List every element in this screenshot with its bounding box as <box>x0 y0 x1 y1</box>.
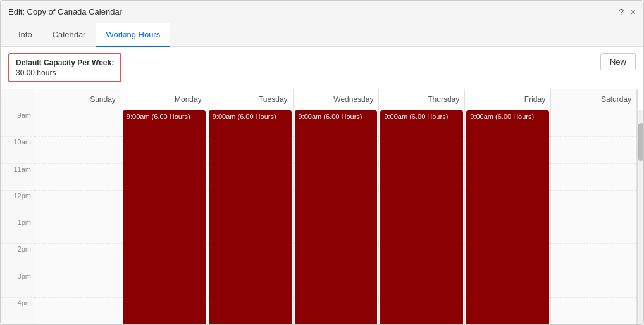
time-slot-9am: 9am <box>1 110 35 137</box>
event-wednesday[interactable]: 9:00am (6.00 Hours) <box>295 110 378 324</box>
day-column-monday: 9:00am (6.00 Hours) <box>121 110 207 324</box>
new-button[interactable]: New <box>600 53 636 70</box>
day-header-tuesday: Tuesday <box>207 89 294 110</box>
day-column-wednesday: 9:00am (6.00 Hours) <box>294 110 380 324</box>
day-header-thursday: Thursday <box>379 89 465 110</box>
day-header-sunday: Sunday <box>35 89 121 110</box>
day-header-monday: Monday <box>121 89 207 110</box>
tab-info[interactable]: Info <box>8 23 42 47</box>
time-slot-2pm: 2pm <box>1 244 35 271</box>
time-slots: 9am 10am 11am 12pm 1pm 2pm 3pm 4pm <box>1 110 35 324</box>
capacity-label: Default Capacity Per Week: <box>16 58 114 67</box>
day-header-row: Sunday Monday Tuesday Wednesday Thursday… <box>1 89 643 110</box>
time-slot-4pm: 4pm <box>1 298 35 324</box>
modal-tabs: Info Calendar Working Hours <box>1 23 643 47</box>
time-slot-12pm: 12pm <box>1 191 35 217</box>
day-column-tuesday: 9:00am (6.00 Hours) <box>207 110 294 324</box>
time-header-cell <box>1 89 35 110</box>
modal-titlebar: Edit: Copy of Canada Calendar ? × <box>1 1 643 23</box>
close-icon[interactable]: × <box>630 6 636 17</box>
event-friday[interactable]: 9:00am (6.00 Hours) <box>466 110 549 324</box>
capacity-bar: Default Capacity Per Week: 30.00 hours N… <box>1 47 643 89</box>
time-slot-10am: 10am <box>1 137 35 163</box>
scrollbar-track[interactable] <box>637 110 643 324</box>
day-header-wednesday: Wednesday <box>294 89 380 110</box>
event-tuesday[interactable]: 9:00am (6.00 Hours) <box>209 110 292 324</box>
day-column-thursday: 9:00am (6.00 Hours) <box>379 110 465 324</box>
day-header-friday: Friday <box>465 89 551 110</box>
time-slot-1pm: 1pm <box>1 217 35 244</box>
capacity-info-box: Default Capacity Per Week: 30.00 hours <box>8 53 121 82</box>
modal-content: Default Capacity Per Week: 30.00 hours N… <box>1 47 643 324</box>
days-area: 9:00am (6.00 Hours) 9:00am (6.00 Hours) <box>35 110 637 324</box>
titlebar-actions: ? × <box>619 6 636 17</box>
help-icon[interactable]: ? <box>619 6 624 17</box>
capacity-value: 30.00 hours <box>16 68 114 77</box>
modal-window: Edit: Copy of Canada Calendar ? × Info C… <box>0 0 644 325</box>
day-header-saturday: Saturday <box>551 89 637 110</box>
day-column-saturday <box>551 110 637 324</box>
day-column-sunday <box>35 110 121 324</box>
modal-title: Edit: Copy of Canada Calendar <box>8 7 122 16</box>
event-thursday[interactable]: 9:00am (6.00 Hours) <box>380 110 463 324</box>
tab-working-hours[interactable]: Working Hours <box>96 23 170 47</box>
event-monday[interactable]: 9:00am (6.00 Hours) <box>123 110 206 324</box>
calendar-body: 9am 10am 11am 12pm 1pm 2pm 3pm 4pm <box>1 110 643 324</box>
time-slot-3pm: 3pm <box>1 271 35 298</box>
time-slot-11am: 11am <box>1 164 35 191</box>
scrollbar-thumb[interactable] <box>638 123 643 161</box>
day-column-friday: 9:00am (6.00 Hours) <box>465 110 551 324</box>
calendar-container: Sunday Monday Tuesday Wednesday Thursday… <box>1 89 643 324</box>
tab-calendar[interactable]: Calendar <box>42 23 96 47</box>
